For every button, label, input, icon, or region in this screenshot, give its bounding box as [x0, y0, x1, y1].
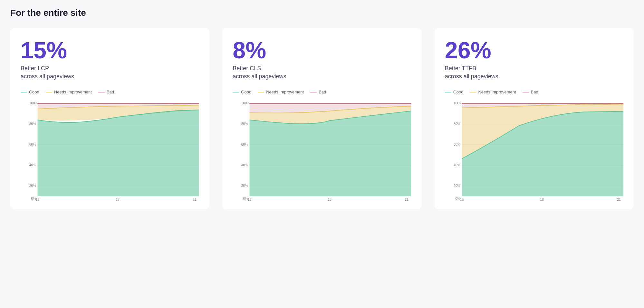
- cls-card: 8% Better CLS across all pageviews Good …: [222, 28, 421, 209]
- svg-text:21: 21: [193, 197, 197, 202]
- svg-text:60%: 60%: [453, 142, 460, 147]
- lcp-legend: Good Needs Improvement Bad: [21, 90, 199, 94]
- ttfb-legend-good-label: Good: [453, 90, 464, 94]
- svg-text:15: 15: [36, 197, 40, 202]
- ttfb-needs-line-icon: [470, 92, 476, 93]
- section-title: For the entire site: [10, 8, 634, 18]
- cls-legend-needs: Needs Improvement: [258, 90, 304, 94]
- needs-line-icon: [46, 92, 52, 93]
- ttfb-label: Better TTFB across all pageviews: [445, 64, 623, 81]
- ttfb-card: 26% Better TTFB across all pageviews Goo…: [435, 28, 634, 209]
- cls-good-line-icon: [233, 92, 239, 93]
- svg-text:0%: 0%: [31, 197, 36, 201]
- cls-legend-bad-label: Bad: [319, 90, 326, 94]
- cls-percent: 8%: [233, 39, 411, 62]
- svg-text:18: 18: [540, 197, 544, 202]
- lcp-card: 15% Better LCP across all pageviews Good…: [10, 28, 209, 209]
- svg-text:40%: 40%: [29, 163, 36, 167]
- legend-bad-label: Bad: [107, 90, 114, 94]
- svg-text:18: 18: [328, 197, 332, 202]
- cls-legend-good: Good: [233, 90, 251, 94]
- svg-text:0%: 0%: [243, 197, 248, 201]
- ttfb-good-line-icon: [445, 92, 451, 93]
- cls-legend-needs-label: Needs Improvement: [266, 90, 304, 94]
- ttfb-legend-bad: Bad: [523, 90, 538, 94]
- ttfb-bad-line-icon: [523, 92, 529, 93]
- ttfb-svg: 100% 80% 60% 40% 20% 0%: [445, 98, 623, 201]
- svg-text:15: 15: [460, 197, 464, 202]
- good-line-icon: [21, 92, 27, 93]
- legend-needs: Needs Improvement: [46, 90, 92, 94]
- lcp-percent: 15%: [21, 39, 199, 62]
- ttfb-legend-needs: Needs Improvement: [470, 90, 516, 94]
- bad-line-icon: [98, 92, 105, 93]
- cls-legend-good-label: Good: [241, 90, 251, 94]
- legend-good: Good: [21, 90, 39, 94]
- svg-text:0%: 0%: [455, 197, 460, 201]
- svg-text:18: 18: [116, 197, 120, 202]
- svg-text:21: 21: [617, 197, 621, 202]
- svg-text:15: 15: [248, 197, 252, 202]
- cls-chart: 100% 80% 60% 40% 20% 0%: [233, 98, 411, 201]
- svg-text:60%: 60%: [29, 142, 36, 147]
- legend-needs-label: Needs Improvement: [54, 90, 92, 94]
- lcp-label: Better LCP across all pageviews: [21, 64, 199, 81]
- svg-text:80%: 80%: [453, 122, 460, 126]
- svg-text:100%: 100%: [241, 101, 250, 105]
- svg-text:20%: 20%: [29, 184, 36, 188]
- svg-text:80%: 80%: [241, 122, 248, 126]
- ttfb-legend-bad-label: Bad: [531, 90, 538, 94]
- legend-good-label: Good: [29, 90, 39, 94]
- svg-text:40%: 40%: [453, 163, 460, 167]
- lcp-chart: 100% 80% 60% 40% 20% 0%: [21, 98, 199, 201]
- metrics-grid: 15% Better LCP across all pageviews Good…: [10, 28, 634, 209]
- cls-legend: Good Needs Improvement Bad: [233, 90, 411, 94]
- legend-bad: Bad: [98, 90, 114, 94]
- svg-text:100%: 100%: [29, 101, 38, 105]
- ttfb-chart: 100% 80% 60% 40% 20% 0%: [445, 98, 623, 201]
- cls-svg: 100% 80% 60% 40% 20% 0%: [233, 98, 411, 201]
- cls-bad-line-icon: [310, 92, 317, 93]
- svg-text:20%: 20%: [241, 184, 248, 188]
- svg-text:100%: 100%: [453, 101, 462, 105]
- ttfb-legend: Good Needs Improvement Bad: [445, 90, 623, 94]
- svg-text:60%: 60%: [241, 142, 248, 147]
- svg-text:40%: 40%: [241, 163, 248, 167]
- svg-text:21: 21: [405, 197, 409, 202]
- svg-text:80%: 80%: [29, 122, 36, 126]
- cls-needs-line-icon: [258, 92, 264, 93]
- cls-legend-bad: Bad: [310, 90, 326, 94]
- ttfb-legend-good: Good: [445, 90, 464, 94]
- svg-text:20%: 20%: [453, 184, 460, 188]
- ttfb-legend-needs-label: Needs Improvement: [478, 90, 516, 94]
- cls-label: Better CLS across all pageviews: [233, 64, 411, 81]
- ttfb-percent: 26%: [445, 39, 623, 62]
- lcp-svg: 100% 80% 60% 40% 20% 0%: [21, 98, 199, 201]
